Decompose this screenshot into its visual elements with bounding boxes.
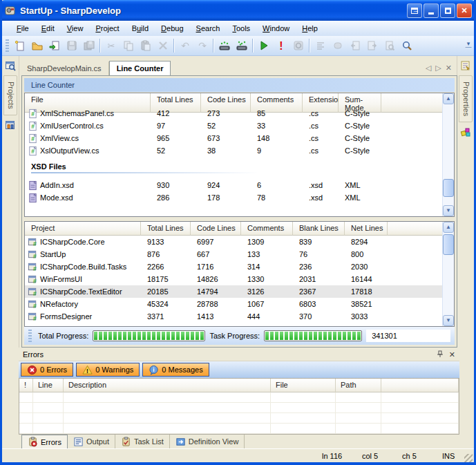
pad-tab-definition-view[interactable]: Definition View <box>170 435 245 448</box>
column-header[interactable]: Project <box>25 222 141 236</box>
column-header[interactable]: Code Lines <box>191 222 241 236</box>
menu-window[interactable]: Window <box>256 22 296 35</box>
menu-file[interactable]: File <box>10 22 35 35</box>
filter-0-errors-button[interactable]: 0 Errors <box>21 363 73 377</box>
menu-debug[interactable]: Debug <box>155 22 189 35</box>
main-toolbar: ▾— ✂↶↷! <box>2 36 474 56</box>
column-header[interactable]: Net Lines <box>345 222 388 236</box>
column-header[interactable]: Comments <box>241 222 293 236</box>
undock-button[interactable] <box>407 3 422 18</box>
toolbar-separator <box>173 39 174 53</box>
progress-segment <box>123 332 126 340</box>
projects-icon[interactable] <box>3 57 18 74</box>
menu-tools[interactable]: Tools <box>226 22 256 35</box>
toolbox-icon[interactable] <box>458 124 473 140</box>
open-file-button[interactable] <box>28 37 46 54</box>
run-button[interactable] <box>255 37 272 54</box>
progress-segment <box>280 332 283 340</box>
scroll-thumb[interactable] <box>443 234 454 255</box>
maximize-icon <box>445 8 451 14</box>
svg-text:#: # <box>31 148 35 155</box>
scroll-thumb[interactable] <box>443 179 454 197</box>
prev-tab-button[interactable]: ◁ <box>426 64 431 73</box>
project-table-vscrollbar[interactable]: ▲ ▼ <box>442 222 454 326</box>
menu-help[interactable]: Help <box>296 22 324 35</box>
project-row[interactable]: #ICSharpCode.Core9133699713098398294 <box>25 236 454 248</box>
run-icon <box>258 40 269 51</box>
maximize-button[interactable] <box>440 3 455 18</box>
project-row[interactable]: #ICSharpCode.TextEditor20185147943126236… <box>25 285 454 298</box>
menu-project[interactable]: Project <box>89 22 125 35</box>
project-row[interactable]: #FormsDesigner337114134443703033 <box>25 310 454 323</box>
rebuild-button[interactable] <box>233 37 250 54</box>
close-tab-button[interactable]: ✕ <box>446 64 452 73</box>
file-table: FileTotal LinesCode LinesCommentsExtensi… <box>24 93 455 217</box>
pin-icon[interactable] <box>436 350 444 359</box>
file-row[interactable]: Mode.xsd28617878.xsdXML <box>25 191 454 204</box>
project-row[interactable]: #NRefactory45324287881067680338521 <box>25 298 454 310</box>
next-tab-button[interactable]: ▷ <box>435 64 441 73</box>
file-table-body: #XmlSchemasPanel.cs41227385.csC-Style#Xm… <box>25 107 454 204</box>
pad-tab-task-list[interactable]: Task List <box>115 435 170 448</box>
project-row[interactable]: #WinFormsUI18175148261330203116144 <box>25 273 454 285</box>
properties-icon[interactable] <box>458 57 473 74</box>
sidebar-tab-properties[interactable]: Properties <box>459 75 473 122</box>
filter-0-messages-button[interactable]: i0 Messages <box>142 363 209 377</box>
bottom-tab-strip: ErrorsOutputTask ListDefinition View <box>19 435 459 448</box>
column-header[interactable]: Path <box>336 379 381 392</box>
new-file-button[interactable] <box>11 37 28 54</box>
menu-build[interactable]: Build <box>126 22 155 35</box>
doc-tab-sharpdevelopmain-cs[interactable]: SharpDevelopMain.cs <box>20 61 109 75</box>
column-header[interactable]: File <box>271 379 336 392</box>
save-icon <box>66 40 77 51</box>
progress-segment <box>265 332 269 340</box>
filter-0-warnings-button[interactable]: !0 Warnings <box>76 363 140 377</box>
svg-text:#: # <box>31 111 35 117</box>
sidebar-tab-projects[interactable]: Projects <box>3 75 17 115</box>
file-row[interactable]: AddIn.xsd9309246.xsdXML <box>25 179 454 191</box>
classes-icon[interactable] <box>3 117 18 133</box>
pad-tab-errors[interactable]: Errors <box>21 435 68 448</box>
close-panel-icon[interactable]: ✕ <box>449 350 455 359</box>
menu-view[interactable]: View <box>61 22 90 35</box>
file-row[interactable]: #XmlUserControl.cs975233.csC-Style <box>25 120 454 132</box>
build-button[interactable] <box>216 37 233 54</box>
scroll-up-button[interactable]: ▲ <box>443 93 454 104</box>
file-row[interactable]: #XslOutputView.cs52389.csC-Style <box>25 144 454 157</box>
pad-tab-output[interactable]: Output <box>68 435 115 448</box>
file-table-vscrollbar[interactable]: ▲ ▼ <box>442 93 454 216</box>
column-header[interactable]: ! <box>19 379 33 392</box>
scroll-down-button[interactable]: ▼ <box>443 205 454 216</box>
scroll-up-button[interactable]: ▲ <box>443 222 454 233</box>
app-icon <box>4 4 17 17</box>
minimize-button[interactable] <box>423 3 439 18</box>
search-button[interactable] <box>398 37 415 54</box>
scroll-down-button[interactable]: ▼ <box>443 315 454 326</box>
new-file-icon <box>15 40 26 51</box>
save-all-button <box>80 37 97 54</box>
toolbar-grip[interactable] <box>28 330 32 342</box>
close-button[interactable]: ✕ <box>457 3 472 18</box>
abort-build-button[interactable]: ! <box>272 37 289 54</box>
menu-edit[interactable]: Edit <box>35 22 61 35</box>
column-header[interactable]: Description <box>64 379 271 392</box>
menu-search[interactable]: Search <box>190 22 227 35</box>
project-row[interactable]: #ICSharpCode.Build.Tasks2266171631423620… <box>25 260 454 273</box>
doc-tab-line-counter[interactable]: Line Counter <box>109 61 171 75</box>
toolbar-overflow-button[interactable]: ▾— <box>464 40 473 53</box>
progress-segment <box>338 332 341 340</box>
window-title: StartUp - SharpDevelop <box>20 6 407 16</box>
redo-button: ↷ <box>193 37 211 54</box>
toolbar-grip[interactable] <box>6 39 9 52</box>
file-row[interactable]: #XmlView.cs965673148.csC-Style <box>25 132 454 144</box>
column-header[interactable]: Blank Lines <box>293 222 345 236</box>
project-row[interactable]: #StartUp87666713376800 <box>25 248 454 260</box>
open-with-arrow-button[interactable] <box>46 37 63 54</box>
errors-panel-title: Errors <box>23 350 436 359</box>
progress-segment <box>118 332 122 340</box>
column-header[interactable]: Line <box>33 379 64 392</box>
resize-grip[interactable] <box>464 454 473 462</box>
column-header[interactable]: Total Lines <box>141 222 191 236</box>
column-header[interactable] <box>381 379 459 392</box>
project-icon: # <box>28 262 38 272</box>
